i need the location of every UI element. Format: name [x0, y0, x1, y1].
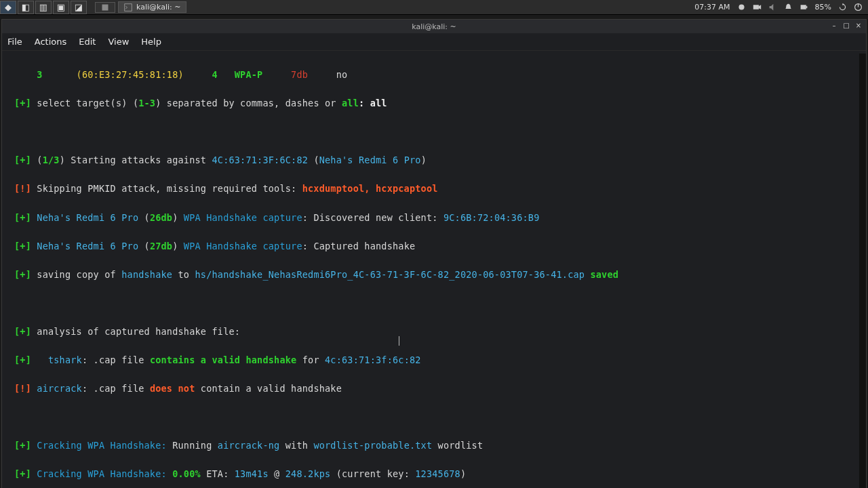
- svg-rect-3: [753, 5, 758, 9]
- svg-rect-5: [806, 6, 807, 8]
- terminal-scrollbar[interactable]: [859, 54, 866, 488]
- target-index: 3: [37, 69, 42, 80]
- tray-battery-pct: 85%: [815, 3, 831, 12]
- tray-clock[interactable]: 07:37 AM: [694, 3, 730, 12]
- notifications-icon[interactable]: [784, 3, 793, 12]
- svg-rect-0: [102, 4, 108, 10]
- target-channel: 4: [212, 69, 217, 80]
- window-title: kali@kali: ~: [412, 22, 456, 31]
- menu-edit[interactable]: Edit: [79, 37, 96, 47]
- target-db: 7db: [291, 69, 308, 80]
- record-icon[interactable]: [737, 3, 746, 12]
- launcher-files-icon[interactable]: ▥: [35, 1, 52, 14]
- launcher-app5-icon[interactable]: ◪: [71, 1, 87, 14]
- svg-rect-1: [125, 3, 132, 11]
- attack1-bssid: 4C:63:71:3F:6C:82: [212, 155, 308, 165]
- volume-icon[interactable]: [768, 3, 777, 12]
- menu-view[interactable]: View: [108, 37, 129, 47]
- taskbar-launchers: ◆ ◧ ▥ ▣ ◪ kali@kali: ~: [0, 1, 186, 14]
- text-cursor: [399, 336, 399, 346]
- taskbar-app-1[interactable]: [95, 2, 115, 13]
- system-tray: 07:37 AM 85%: [694, 3, 868, 12]
- menu-actions[interactable]: Actions: [35, 37, 67, 47]
- refresh-icon[interactable]: [838, 3, 847, 12]
- window-minimize-button[interactable]: –: [829, 21, 839, 30]
- target-client: no: [336, 69, 348, 80]
- client-mac: 9C:6B:72:04:36:B9: [443, 212, 540, 223]
- launcher-terminal-icon[interactable]: ▣: [53, 1, 69, 14]
- power-icon[interactable]: [854, 3, 863, 12]
- menu-help[interactable]: Help: [141, 37, 161, 47]
- launcher-kali-icon[interactable]: ◆: [0, 1, 16, 14]
- taskbar-app-terminal-label: kali@kali: ~: [136, 3, 180, 12]
- target-mac: (60:E3:27:45:81:18): [77, 69, 184, 80]
- camera-icon[interactable]: [753, 3, 762, 12]
- desktop-top-panel: ◆ ◧ ▥ ▣ ◪ kali@kali: ~ 07:37 AM 85%: [0, 0, 868, 15]
- svg-rect-4: [800, 5, 806, 9]
- target-enc: WPA-P: [235, 69, 263, 80]
- terminal-menubar: File Actions Edit View Help: [2, 33, 866, 51]
- launcher-app2-icon[interactable]: ◧: [18, 1, 34, 14]
- handshake-file: hs/handshake_NehasRedmi6Pro_4C-63-71-3F-…: [195, 269, 585, 280]
- attack1-essid: Neha's Redmi 6 Pro: [319, 155, 421, 165]
- window-maximize-button[interactable]: □: [842, 21, 851, 30]
- terminal-window: kali@kali: ~ – □ × File Actions Edit Vie…: [1, 19, 867, 488]
- window-close-button[interactable]: ×: [854, 21, 863, 30]
- window-titlebar[interactable]: kali@kali: ~ – □ ×: [2, 20, 866, 33]
- taskbar-app-terminal[interactable]: kali@kali: ~: [118, 1, 186, 13]
- battery-icon[interactable]: [800, 3, 808, 12]
- svg-point-2: [738, 4, 744, 9]
- menu-file[interactable]: File: [7, 37, 22, 47]
- terminal-output[interactable]: 3 (60:E3:27:45:81:18) 4 WPA-P 7db no [+]…: [2, 51, 866, 488]
